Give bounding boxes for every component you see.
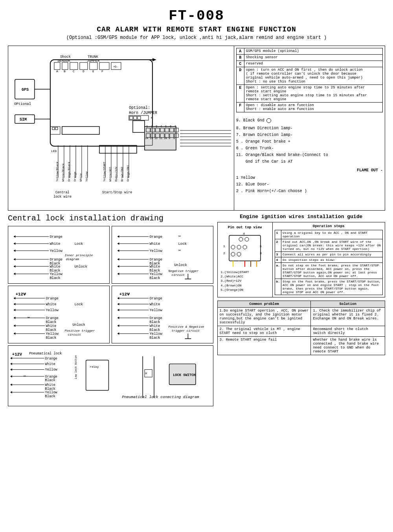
svg-text:Orange: Orange <box>46 316 58 320</box>
svg-text:Start/Stop wire: Start/Stop wire <box>102 191 132 194</box>
svg-text:White: White <box>149 324 160 328</box>
svg-text:Black: Black <box>149 328 160 332</box>
subtitle: CAR ALARM WITH REMOTE START ENGINE FUNCT… <box>8 26 385 33</box>
svg-text:Yellow: Yellow <box>85 171 88 182</box>
pin-labels: 1.(Yellow)START 2.(White)ACC 3.(Red)+12V… <box>221 270 269 292</box>
problem-row: 1.Do engine START opertion , ACC, ON pow… <box>217 308 385 326</box>
svg-text:C: C <box>73 70 75 73</box>
legend-row: AGSM/GPS module (optional) <box>236 48 382 55</box>
svg-text:4: 4 <box>160 125 162 128</box>
svg-text:Black: Black <box>45 394 55 398</box>
pin-out-section: Pin out top view 4 1 5 <box>218 222 273 297</box>
svg-text:Orange/Black: Orange/Black <box>68 162 71 182</box>
svg-point-258 <box>243 245 247 249</box>
wire-8-label: 8. Brown Direction lamp- <box>236 125 383 132</box>
legend-desc: GSM/GPS module (optional) <box>244 48 382 55</box>
svg-rect-241 <box>86 360 109 390</box>
svg-text:Positive & Negative: Positive & Negative <box>168 325 204 328</box>
op-step-num: 1 <box>275 230 281 239</box>
svg-text:✂: ✂ <box>127 292 130 297</box>
svg-rect-9 <box>70 62 78 70</box>
problems-header: Common problem <box>217 301 311 308</box>
problem-row: 2. The original vehicle is MT , engine S… <box>217 326 385 337</box>
op-step-text: Do not step on the foot brake, press the… <box>281 263 383 279</box>
svg-text:GPS: GPS <box>22 88 29 92</box>
svg-text:Orange: Orange <box>149 258 162 262</box>
legend-row: BShocking sensor <box>236 55 382 61</box>
wire-12-label: 12. Blue Door- <box>236 181 383 188</box>
svg-text:Lock: Lock <box>74 242 83 246</box>
svg-text:A: A <box>56 70 58 73</box>
svg-rect-33 <box>134 116 137 119</box>
svg-text:Low lock button: Low lock button <box>74 355 77 379</box>
svg-text:White: White <box>45 383 55 387</box>
op-step-text: Do inspection steps as blow: <box>281 257 383 263</box>
svg-text:Black: Black <box>50 276 60 280</box>
svg-text:9: 9 <box>169 137 170 140</box>
legend-row: Creserved <box>236 61 382 67</box>
svg-text:White: White <box>149 242 160 246</box>
svg-text:Yellow: Yellow <box>45 368 58 372</box>
legend-row: EOpen : setting auto engine stop time to… <box>236 85 382 103</box>
svg-marker-191 <box>117 297 119 299</box>
svg-marker-183 <box>13 332 15 335</box>
svg-text:8: 8 <box>173 137 175 140</box>
operation-steps-section: Operation steps 1Using a original key to… <box>273 222 385 297</box>
svg-text:Orange: Orange <box>149 297 162 301</box>
svg-text:Pneumatical lock conecting dia: Pneumatical lock conecting diagram <box>122 395 199 399</box>
lock-diagram-negative: Orange ✂ White Lock Yellow ✂ <box>112 226 213 284</box>
svg-rect-7 <box>54 62 60 70</box>
svg-text:OPtional: OPtional <box>14 102 31 106</box>
main-title: FT-008 <box>8 8 385 24</box>
svg-text:White: White <box>46 324 56 328</box>
svg-text:3: 3 <box>156 125 157 128</box>
svg-marker-108 <box>13 242 15 245</box>
svg-rect-10 <box>80 62 88 70</box>
legend-table: AGSM/GPS module (optional)BShocking sens… <box>236 48 383 112</box>
svg-text:Positive trigger: Positive trigger <box>64 329 95 332</box>
engine-diagram-box: Pin out top view 4 1 5 <box>217 222 386 297</box>
wire-7-label: 7. Brown Direction lamp- <box>236 132 383 138</box>
central-lock-section: Central lock installation drawing Orange <box>8 214 213 406</box>
svg-text:circuit: circuit <box>171 273 185 277</box>
svg-point-253 <box>239 237 243 241</box>
op-step-row: 4Do inspection steps as blow: <box>275 257 383 263</box>
svg-text:Unlock: Unlock <box>72 323 85 327</box>
svg-marker-197 <box>117 309 119 311</box>
svg-text:Orange: Orange <box>149 316 162 320</box>
diagram-right: AGSM/GPS module (optional)BShocking sens… <box>234 46 385 210</box>
svg-marker-146 <box>117 265 119 268</box>
svg-text:1: 1 <box>223 244 225 248</box>
legend-desc: Open : setting auto engine stop time to … <box>244 85 382 103</box>
diagram-left: Shock SENSOR TRUNK JUMPER <box>8 46 234 210</box>
svg-marker-105 <box>13 235 15 238</box>
svg-text:Orange: Orange <box>73 172 77 182</box>
svg-text:Optional:: Optional: <box>129 106 150 110</box>
op-step-num: 2 <box>275 239 281 252</box>
svg-text:TRUNK: TRUNK <box>88 55 99 59</box>
svg-text:Orange: Orange <box>45 357 57 361</box>
svg-text:Black: Black <box>46 320 56 324</box>
svg-text:M: M <box>145 372 147 375</box>
svg-point-262 <box>237 252 241 256</box>
svg-text:Black: Black <box>46 336 56 339</box>
svg-marker-208 <box>117 332 119 335</box>
svg-marker-163 <box>13 297 15 299</box>
legend-row: FOpen : disable auto arm function Short … <box>236 103 382 112</box>
svg-text:F: F <box>101 70 103 73</box>
svg-marker-229 <box>10 375 12 378</box>
svg-marker-204 <box>117 325 119 327</box>
main-diagram: Shock SENSOR TRUNK JUMPER <box>8 46 385 211</box>
legend-desc: Open : disable auto arm function Short :… <box>244 103 382 112</box>
svg-text:Black: Black <box>45 387 55 391</box>
svg-point-256 <box>231 245 235 249</box>
op-step-text: Find out ACC,ON ,ON break and START wire… <box>281 239 383 252</box>
wire-connections2-list: 1 Yellow 12. Blue Door- 2 . Pink Horn+(+… <box>236 174 383 194</box>
svg-text:Yellow: Yellow <box>149 332 162 336</box>
svg-text:Black: Black <box>149 336 160 339</box>
op-step-row: 1Using a original key to do ACC , ON and… <box>275 230 383 239</box>
svg-text:✂: ✂ <box>178 234 181 239</box>
op-step-row: 3Connect all wires as per pin to pin acc… <box>275 252 383 257</box>
svg-marker-142 <box>117 258 119 260</box>
svg-rect-34 <box>138 116 141 119</box>
